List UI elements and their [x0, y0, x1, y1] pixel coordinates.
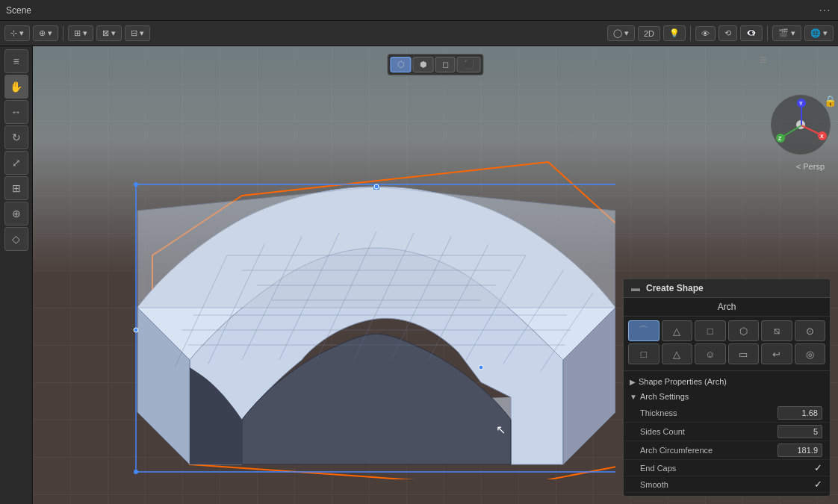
sidebar-rotate-btn[interactable]: ↻ — [4, 125, 28, 149]
shape-btn-circle[interactable]: ◎ — [795, 343, 826, 364]
sidebar-transform-btn[interactable]: ⊞ — [4, 176, 28, 200]
top-bar: Scene ⋯ — [0, 0, 838, 21]
shape-type-selector: ⌒ △ □ ⬡ ⧅ ⊙ □ △ ☺ ▭ ↩ ◎ — [624, 317, 830, 371]
smooth-checkbox[interactable]: ✓ — [814, 479, 822, 490]
toolbar-transform[interactable]: ⊕ ▾ — [33, 25, 58, 41]
scene-title: Scene — [6, 5, 31, 16]
svg-line-33 — [783, 125, 801, 137]
2d-label: 2D — [644, 29, 654, 38]
rotate-icon: ⟲ — [724, 28, 731, 38]
select-icon: ⊹ — [10, 28, 17, 38]
svg-line-31 — [801, 125, 820, 134]
panel-subtitle: Arch — [624, 298, 830, 317]
toolbar-2d[interactable]: 2D — [638, 26, 660, 41]
toolbar-light[interactable]: 💡 — [663, 25, 686, 41]
shape-btn-triangle[interactable]: △ — [662, 320, 693, 341]
sidebar-annotate-btn[interactable]: ⊕ — [4, 202, 28, 225]
toolbar-rotate[interactable]: ⟲ — [718, 25, 737, 41]
arch-circumference-row: Arch Circumference — [624, 441, 830, 460]
top-bar-menu[interactable]: ⋯ — [819, 3, 832, 17]
shape-btn-quad[interactable]: ▭ — [728, 343, 760, 364]
shape-btn-torus[interactable]: ⊙ — [795, 320, 826, 341]
pivot-arrow: ▾ — [624, 28, 629, 38]
sides-count-label: Sides Count — [640, 427, 778, 436]
render-icon: 👁‍🗨 — [746, 28, 757, 38]
thickness-input[interactable] — [778, 406, 822, 420]
vp-btn-wireframe[interactable]: ⬢ — [413, 57, 434, 72]
svg-point-21 — [134, 182, 138, 187]
sidebar-menu-btn[interactable]: ≡ — [4, 49, 28, 73]
sidebar-measure-btn[interactable]: ◇ — [4, 227, 28, 251]
arch-circumference-label: Arch Circumference — [640, 446, 778, 455]
arch-object — [78, 106, 615, 479]
proportional-arrow: ▾ — [111, 28, 116, 38]
shape-row-2: □ △ ☺ ▭ ↩ ◎ — [628, 343, 825, 364]
arch-circumference-input[interactable] — [778, 444, 822, 457]
separator-1 — [63, 26, 63, 41]
light-icon: 💡 — [669, 28, 680, 38]
shape-btn-sphere[interactable]: ☺ — [695, 343, 726, 364]
properties-panel: ▶ Shape Properties (Arch) ▼ Arch Setting… — [624, 371, 830, 496]
camera-arrow: ▾ — [791, 28, 795, 38]
smooth-label: Smooth — [640, 480, 814, 489]
svg-point-26 — [374, 184, 379, 189]
transform-arrow: ▾ — [48, 28, 52, 38]
smooth-row: Smooth ✓ — [624, 476, 830, 493]
viewport-menu-icon[interactable]: ≡ — [759, 52, 767, 68]
shape-btn-box[interactable]: □ — [695, 320, 726, 341]
separator-3 — [767, 26, 768, 41]
transform-icon: ⊕ — [39, 28, 46, 38]
shape-btn-arch[interactable]: ⌒ — [628, 320, 659, 341]
vp-btn-solid[interactable]: ⬡ — [391, 57, 412, 72]
select-arrow: ▾ — [19, 28, 24, 38]
orientation-gizmo[interactable]: Y X Z — [771, 95, 831, 155]
shape-row-1: ⌒ △ □ ⬡ ⧅ ⊙ — [628, 320, 825, 341]
create-shape-panel: ▬ Create Shape Arch ⌒ △ □ ⬡ ⧅ ⊙ □ △ ☺ ▭ … — [623, 279, 831, 497]
end-caps-checkbox[interactable]: ✓ — [814, 462, 822, 473]
shape-btn-cone[interactable]: △ — [662, 343, 693, 364]
toolbar-world[interactable]: 🌐 ▾ — [804, 25, 834, 41]
toolbar-snap[interactable]: ⊞ ▾ — [68, 25, 93, 41]
shape-btn-plane[interactable]: □ — [628, 343, 659, 364]
sidebar-scale-btn[interactable]: ⤢ — [4, 151, 28, 175]
toolbar-render[interactable]: 👁‍🗨 — [740, 25, 763, 41]
arch-settings-arrow: ▼ — [630, 393, 637, 401]
grid-icon: ⊟ — [131, 28, 137, 38]
left-sidebar: ≡ ✋ ↔ ↻ ⤢ ⊞ ⊕ ◇ — [0, 46, 33, 504]
snap-icon: ⊞ — [74, 28, 81, 38]
thickness-label: Thickness — [640, 408, 778, 417]
panel-drag-handle[interactable]: ▬ — [631, 283, 640, 293]
viewport-header: ⬡ ⬢ ◻ ⬛ — [388, 54, 484, 75]
sidebar-grab-btn[interactable]: ✋ — [4, 75, 28, 99]
svg-point-28 — [134, 328, 138, 332]
grid-arrow: ▾ — [140, 28, 144, 38]
shape-props-arrow: ▶ — [630, 378, 636, 386]
toolbar-grid[interactable]: ⊟ ▾ — [125, 25, 150, 41]
end-caps-label: End Caps — [640, 464, 814, 473]
shape-btn-curve[interactable]: ↩ — [761, 343, 792, 364]
toolbar-select[interactable]: ⊹ ▾ — [4, 25, 30, 41]
toolbar-proportional[interactable]: ⊠ ▾ — [96, 25, 122, 41]
shape-btn-cylinder[interactable]: ⬡ — [728, 320, 760, 341]
panel-header: ▬ Create Shape — [624, 279, 830, 298]
svg-point-27 — [479, 365, 483, 370]
vp-btn-material[interactable]: ◻ — [435, 57, 456, 72]
gizmo-axes-svg: Y X Z — [772, 96, 831, 155]
svg-text:X: X — [820, 134, 824, 139]
sidebar-move-btn[interactable]: ↔ — [4, 100, 28, 124]
gizmo-circle: Y X Z — [771, 95, 831, 155]
snap-arrow: ▾ — [83, 28, 87, 38]
shape-properties-section[interactable]: ▶ Shape Properties (Arch) — [624, 374, 830, 389]
vp-btn-rendered[interactable]: ⬛ — [457, 57, 481, 72]
sides-count-input[interactable] — [778, 425, 822, 438]
svg-text:Y: Y — [799, 101, 803, 106]
toolbar-camera[interactable]: 🎬 ▾ — [772, 25, 801, 41]
toolbar-view1[interactable]: 👁 — [695, 26, 716, 41]
sides-count-row: Sides Count — [624, 423, 830, 441]
camera-icon: 🎬 — [778, 28, 789, 38]
svg-text:Z: Z — [778, 136, 782, 141]
toolbar-pivot[interactable]: ◯ ▾ — [607, 25, 635, 41]
panel-title: Create Shape — [646, 283, 704, 293]
shape-btn-capsule[interactable]: ⧅ — [761, 320, 792, 341]
arch-settings-section[interactable]: ▼ Arch Settings — [624, 389, 830, 404]
